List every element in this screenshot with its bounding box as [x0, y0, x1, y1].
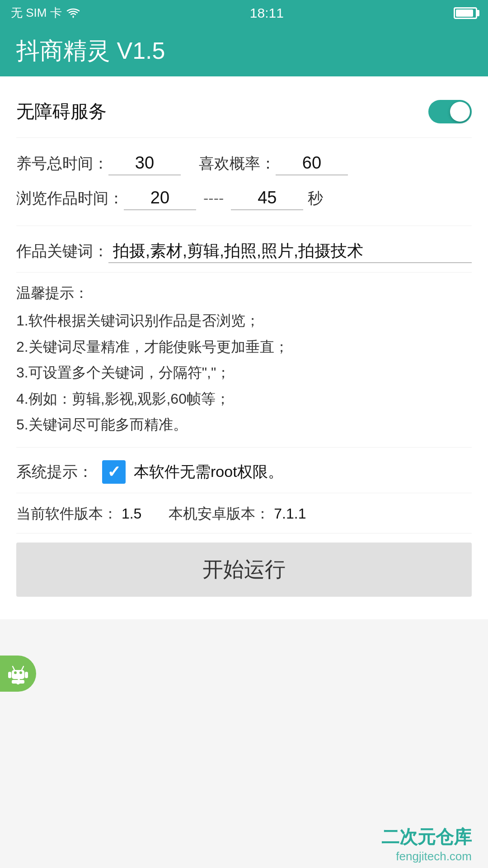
software-version-label: 当前软件版本： — [16, 505, 117, 522]
watermark-sub-text: fengjitech.com — [381, 849, 472, 863]
browse-time-row: 浏览作品时间： ---- 秒 — [16, 186, 472, 210]
tips-title: 温馨提示： — [16, 283, 472, 303]
keywords-label: 作品关键词： — [16, 241, 108, 262]
svg-point-1 — [14, 671, 17, 674]
sim-text: 无 SIM 卡 — [11, 5, 62, 21]
toggle-knob — [450, 102, 470, 122]
svg-line-3 — [13, 666, 14, 670]
status-bar: 无 SIM 卡 18:11 — [0, 0, 488, 26]
browse-time-label: 浏览作品时间： — [16, 188, 124, 209]
browse-time-separator: ---- — [203, 189, 224, 207]
lower-area: J 二次元仓库 fengjitech.com — [0, 619, 488, 868]
no-root-checkbox[interactable]: ✓ — [102, 460, 126, 484]
android-robot-icon: J — [6, 662, 30, 685]
svg-point-2 — [19, 671, 22, 674]
status-left: 无 SIM 卡 — [11, 5, 80, 21]
form-section: 养号总时间： 喜欢概率： 浏览作品时间： ---- 秒 — [16, 138, 472, 226]
version-row: 当前软件版本： 1.5 本机安卓版本： 7.1.1 — [16, 493, 472, 533]
time-display: 18:11 — [250, 5, 284, 21]
system-hint-row: 系统提示： ✓ 本软件无需root权限。 — [16, 448, 472, 493]
accessibility-toggle[interactable] — [428, 100, 472, 123]
android-icon: J — [0, 656, 36, 692]
tips-item-5: 5.关键词尽可能多而精准。 — [16, 412, 472, 438]
tips-item-1: 1.软件根据关键词识别作品是否浏览； — [16, 308, 472, 334]
wifi-icon — [66, 8, 80, 18]
like-rate-label: 喜欢概率： — [199, 153, 276, 174]
main-content: 无障碍服务 养号总时间： 喜欢概率： 浏览作品时间： ---- 秒 作品关键词：… — [0, 76, 488, 619]
start-button[interactable]: 开始运行 — [16, 542, 472, 597]
total-time-label: 养号总时间： — [16, 153, 108, 174]
browse-time-unit: 秒 — [308, 188, 323, 209]
like-rate-input[interactable] — [276, 151, 348, 175]
accessibility-row: 无障碍服务 — [16, 90, 472, 138]
app-title: 抖商精灵 V1.5 — [16, 35, 165, 67]
watermark-main-text: 二次元仓库 — [381, 825, 472, 849]
android-version-item: 本机安卓版本： 7.1.1 — [169, 504, 306, 524]
keywords-input[interactable] — [108, 240, 472, 263]
svg-rect-0 — [12, 670, 24, 679]
android-badge: J — [0, 656, 36, 692]
tips-item-2: 2.关键词尽量精准，才能使账号更加垂直； — [16, 334, 472, 360]
status-right — [454, 7, 477, 19]
checkbox-container: ✓ 本软件无需root权限。 — [102, 460, 283, 484]
keywords-row: 作品关键词： — [16, 240, 472, 263]
app-bar: 抖商精灵 V1.5 — [0, 26, 488, 76]
svg-text:J: J — [16, 678, 20, 685]
tips-item-3: 3.可设置多个关键词，分隔符","； — [16, 360, 472, 386]
svg-line-4 — [22, 666, 23, 670]
browse-time-max-input[interactable] — [231, 186, 303, 210]
battery-icon — [454, 7, 477, 19]
software-version-item: 当前软件版本： 1.5 — [16, 504, 141, 524]
browse-time-min-input[interactable] — [124, 186, 196, 210]
android-version-label: 本机安卓版本： — [169, 505, 270, 522]
watermark: 二次元仓库 fengjitech.com — [381, 825, 472, 863]
tips-item-4: 4.例如：剪辑,影视,观影,60帧等； — [16, 386, 472, 412]
accessibility-label: 无障碍服务 — [16, 99, 107, 124]
total-time-input[interactable] — [108, 151, 181, 175]
system-hint-text: 本软件无需root权限。 — [134, 462, 283, 482]
start-button-container: 开始运行 — [16, 533, 472, 606]
total-time-row: 养号总时间： 喜欢概率： — [16, 151, 472, 175]
system-hint-label: 系统提示： — [16, 462, 93, 482]
battery-fill — [456, 9, 473, 17]
check-icon: ✓ — [107, 464, 121, 480]
android-version-value: 7.1.1 — [274, 505, 306, 522]
software-version-value: 1.5 — [122, 505, 141, 522]
svg-rect-6 — [8, 672, 11, 678]
tips-section: 温馨提示： 1.软件根据关键词识别作品是否浏览； 2.关键词尽量精准，才能使账号… — [16, 273, 472, 448]
svg-rect-7 — [25, 672, 28, 678]
keywords-section: 作品关键词： — [16, 226, 472, 273]
